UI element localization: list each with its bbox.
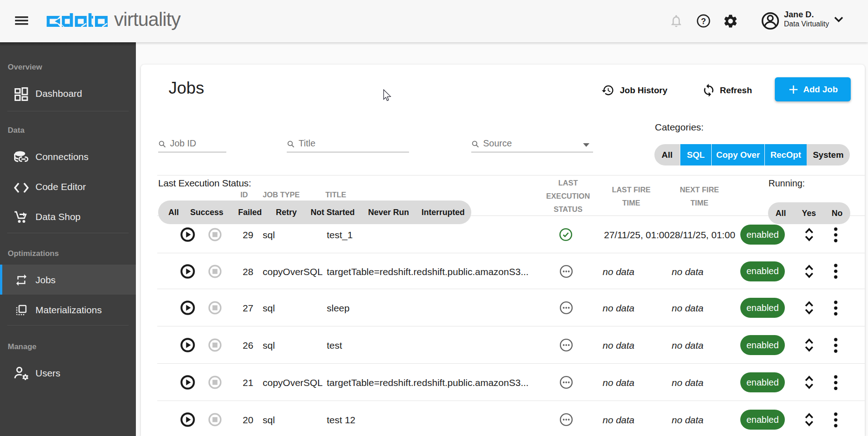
svg-text:?: ?	[701, 17, 706, 26]
